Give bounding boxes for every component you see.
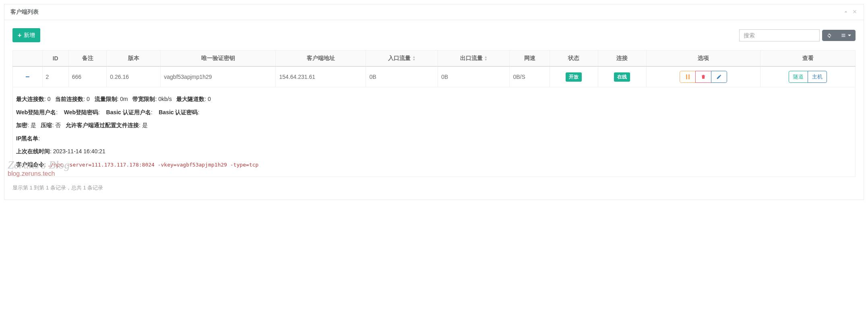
options-group [680,71,727,83]
tunnel-button[interactable]: 隧道 [789,71,808,83]
col-speed[interactable]: 网速 [510,51,550,67]
close-icon[interactable] [852,9,858,16]
delete-button[interactable] [695,71,711,83]
client-command: ./npc -server=111.173.117.178:8024 -vkey… [48,162,258,168]
trash-icon [701,74,706,80]
add-button-label: 新增 [24,31,35,39]
edit-button[interactable] [711,71,727,83]
col-view[interactable]: 查看 [761,51,856,67]
table-header-row: ID 备注 版本 唯一验证密钥 客户端地址 入口流量▲▼ 出口流量▲▼ 网速 状… [13,51,856,67]
list-icon [841,33,846,38]
view-group: 隧道 主机 [789,71,827,83]
pause-button[interactable] [680,71,696,83]
edit-icon [716,74,722,80]
pause-icon [686,74,690,79]
col-remark[interactable]: 备注 [68,51,107,67]
client-list-panel: 客户端列表 + 新增 [4,4,864,200]
columns-button[interactable] [836,30,856,41]
panel-heading: 客户端列表 [4,4,864,20]
sort-icon: ▲▼ [484,56,488,61]
pagination-info: 显示第 1 到第 1 条记录，总共 1 条记录 [12,184,856,191]
plus-icon: + [18,33,21,38]
cell-version: 0.26.16 [107,66,161,87]
expand-toggle[interactable]: − [24,73,31,81]
col-status[interactable]: 状态 [550,51,598,67]
cell-id: 2 [42,66,68,87]
add-button[interactable]: + 新增 [12,28,40,42]
cell-remark: 666 [68,66,107,87]
col-conn[interactable]: 连接 [598,51,646,67]
cell-in: 0B [366,66,438,87]
toolbar: + 新增 [12,28,856,42]
refresh-button[interactable] [822,30,837,41]
col-options[interactable]: 选项 [646,51,761,67]
cell-speed: 0B/S [510,66,550,87]
table-row: − 2 666 0.26.16 vagbf53apjmp1h29 154.64.… [13,66,856,87]
col-version[interactable]: 版本 [107,51,161,67]
col-out[interactable]: 出口流量▲▼ [438,51,510,67]
caret-down-icon [848,35,851,36]
toolbar-button-group [822,30,856,41]
status-badge: 开放 [566,72,582,82]
col-vkey[interactable]: 唯一验证密钥 [161,51,276,67]
cell-vkey: vagbf53apjmp1h29 [161,66,276,87]
panel-title: 客户端列表 [10,8,39,16]
search-input[interactable] [739,29,820,41]
refresh-icon [827,33,832,38]
sort-icon: ▲▼ [412,56,415,61]
cell-out: 0B [438,66,510,87]
conn-badge: 在线 [614,72,630,82]
cell-addr: 154.64.231.61 [276,66,366,87]
client-table: ID 备注 版本 唯一验证密钥 客户端地址 入口流量▲▼ 出口流量▲▼ 网速 状… [12,50,856,177]
panel-body: + 新增 ID [4,20,864,200]
toolbar-right [739,29,856,41]
panel-tools [843,9,858,16]
col-addr[interactable]: 客户端地址 [276,51,366,67]
col-id[interactable]: ID [42,51,68,67]
detail-row: 最大连接数: 0 当前连接数: 0 流量限制: 0m 带宽限制: 0kb/s 最… [13,87,856,177]
host-button[interactable]: 主机 [808,71,827,83]
collapse-icon[interactable] [843,9,849,16]
col-expand [13,51,43,67]
col-in[interactable]: 入口流量▲▼ [366,51,438,67]
